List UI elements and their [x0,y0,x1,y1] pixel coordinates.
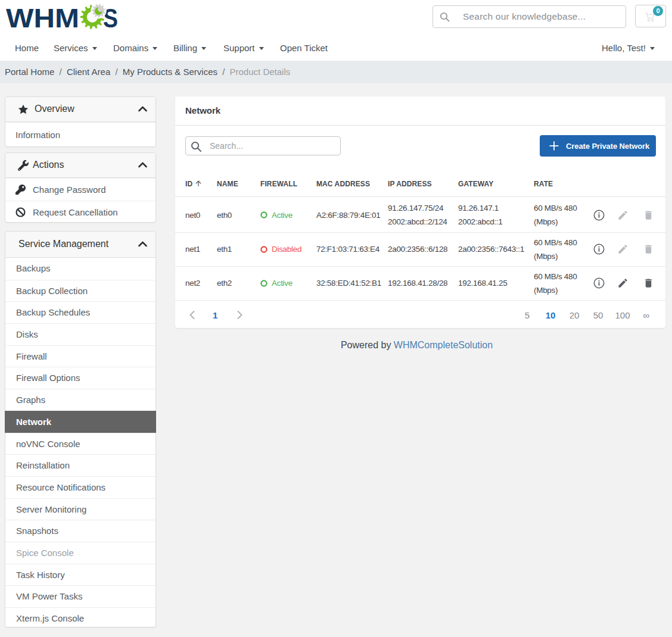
svg-text:WHM: WHM [6,4,79,33]
